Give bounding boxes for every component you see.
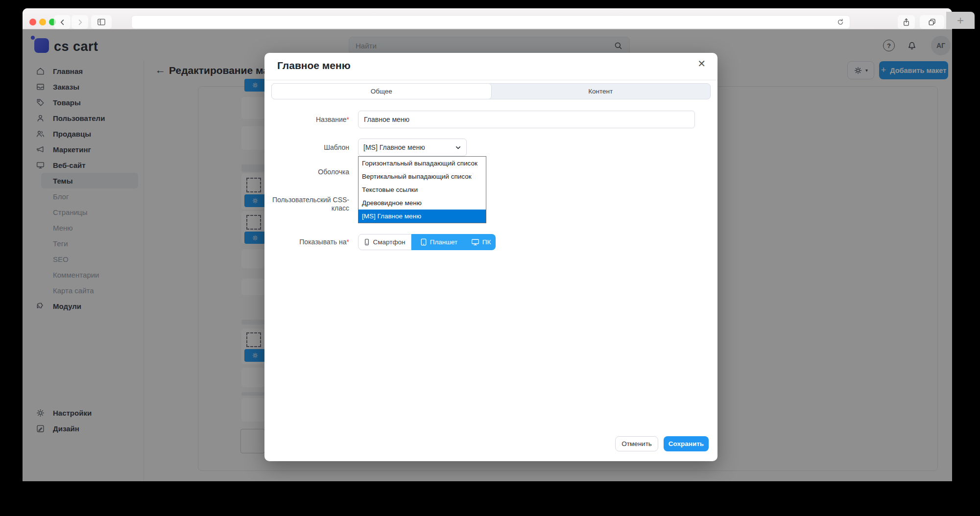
device-toggle-pc[interactable]: ПК bbox=[466, 234, 496, 250]
chevron-left-icon bbox=[59, 19, 66, 25]
dialog-header-divider bbox=[264, 80, 717, 80]
show-on-field-label: Показывать на* bbox=[264, 238, 349, 246]
browser-share-button[interactable] bbox=[898, 15, 915, 29]
dropdown-option-selected[interactable]: [MS] Главное меню bbox=[359, 210, 486, 223]
device-toggle-tablet[interactable]: Планшет bbox=[411, 234, 466, 250]
tabs-overview-icon bbox=[928, 18, 936, 26]
wrapper-field-label: Оболочка bbox=[264, 168, 349, 176]
template-select-value: [MS] Главное меню bbox=[363, 143, 425, 151]
dropdown-option[interactable]: Горизонтальный выпадающий список bbox=[359, 157, 486, 170]
template-field-label: Шаблон bbox=[264, 143, 349, 152]
template-select[interactable]: [MS] Главное меню bbox=[358, 139, 467, 156]
traffic-lights bbox=[29, 19, 56, 25]
dialog-tabs: Общее Контент bbox=[271, 83, 711, 99]
save-button[interactable]: Сохранить bbox=[664, 436, 709, 451]
browser-forward-button[interactable] bbox=[72, 15, 88, 29]
refresh-icon[interactable] bbox=[836, 18, 845, 26]
device-toggle-smartphone[interactable]: Смартфон bbox=[358, 234, 411, 250]
close-window-button[interactable] bbox=[29, 19, 36, 25]
plus-icon: + bbox=[957, 14, 964, 27]
sidebar-panel-icon bbox=[97, 18, 106, 26]
desktop-icon bbox=[471, 238, 479, 246]
dropdown-option[interactable]: Древовидное меню bbox=[359, 196, 486, 210]
cancel-button[interactable]: Отменить bbox=[615, 436, 658, 451]
dropdown-option[interactable]: Вертикальный выпадающий список bbox=[359, 170, 486, 183]
template-dropdown-list: Горизонтальный выпадающий список Вертика… bbox=[358, 156, 486, 223]
browser-toolbar bbox=[23, 8, 952, 29]
required-asterisk: * bbox=[347, 238, 349, 246]
device-label: Смартфон bbox=[373, 238, 405, 246]
browser-tabs-overview-button[interactable] bbox=[920, 15, 944, 29]
device-toggle-group: Смартфон Планшет ПК bbox=[358, 234, 496, 250]
name-field-label: Название* bbox=[264, 116, 349, 124]
close-icon[interactable]: ✕ bbox=[697, 59, 706, 69]
dropdown-option[interactable]: Текстовые ссылки bbox=[359, 183, 486, 196]
browser-sidebar-toggle[interactable] bbox=[91, 15, 112, 29]
smartphone-icon bbox=[364, 238, 370, 246]
minimize-window-button[interactable] bbox=[39, 19, 46, 25]
new-tab-button[interactable]: + bbox=[946, 12, 975, 29]
browser-back-button[interactable] bbox=[54, 15, 71, 29]
main-menu-dialog: Главное меню ✕ Общее Контент Название* Ш… bbox=[264, 53, 717, 461]
tablet-icon bbox=[420, 238, 427, 246]
dialog-title: Главное меню bbox=[277, 60, 351, 71]
name-input[interactable] bbox=[358, 111, 695, 128]
address-bar[interactable] bbox=[131, 15, 850, 29]
device-label: Планшет bbox=[430, 238, 458, 246]
css-class-field-label: Пользовательский CSS-класс bbox=[264, 196, 349, 212]
chevron-right-icon bbox=[77, 19, 83, 25]
required-asterisk: * bbox=[347, 116, 349, 123]
tab-content[interactable]: Контент bbox=[491, 84, 711, 99]
tab-general[interactable]: Общее bbox=[271, 83, 492, 99]
device-label: ПК bbox=[482, 238, 491, 246]
browser-window: cs cart ? АГ Главная Заказы Товары bbox=[23, 8, 952, 481]
share-icon bbox=[902, 18, 910, 27]
chevron-down-icon bbox=[455, 144, 461, 151]
